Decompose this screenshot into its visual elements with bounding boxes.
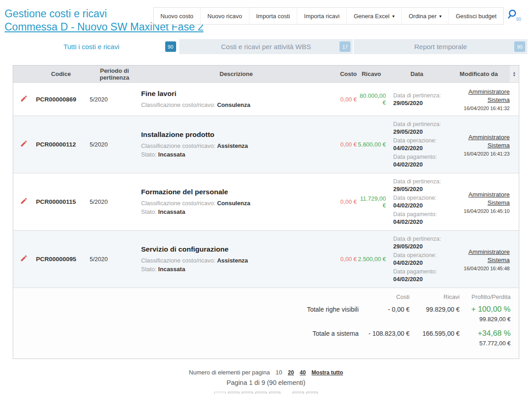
totals-row-label: Totale a sistema (13, 327, 359, 338)
row-title: Fine lavori (141, 90, 331, 98)
nuovo-costo-button[interactable]: Nuovo costo (154, 8, 200, 24)
page-info: Pagina 1 di 9 (90 elementi) (0, 379, 532, 386)
totals-percent-value: +34,68 % (460, 327, 511, 338)
totals-ricavi-value: 99.829,00 € (410, 303, 460, 314)
row-ricavo: 80.000,00 € (357, 92, 386, 106)
row-ricavo: 5.600,00 € (357, 141, 386, 148)
row-costo: 0,00 € (331, 96, 357, 103)
edit-pencil-icon[interactable] (20, 140, 28, 147)
table-row: PCR00000095 5/2020 Servizio di configura… (13, 230, 519, 288)
header-descrizione: Descrizione (141, 71, 331, 77)
totals-costi-value: - 108.823,00 € (359, 327, 410, 338)
next-page-button[interactable]: ▶ (293, 392, 304, 394)
page-button-4[interactable]: 4 (255, 392, 267, 394)
totals-row-label: Totale righe visibili (13, 303, 359, 314)
edit-pencil-icon[interactable] (20, 197, 28, 205)
meta-label: Classificazione costo/ricavo: (141, 142, 215, 149)
modified-by-link[interactable]: Amministratore Sistema (468, 134, 510, 149)
per-page-option-mostra-tutto[interactable]: Mostra tutto (312, 369, 343, 376)
modified-timestamp: 16/04/2020 16:41:23 (448, 151, 510, 157)
modified-timestamp: 16/04/2020 16:45:48 (448, 266, 510, 271)
date-label: Data pagamento: (393, 268, 448, 275)
totals-section: Costi Ricavi Profitto/Perdita Totale rig… (13, 288, 519, 359)
date-value: 29/05/2020 (393, 242, 448, 250)
tab-label: Costi e ricavi per attività WBS (221, 43, 311, 51)
header-modificato-da: Modificato da (448, 71, 510, 77)
meta-label: Classificazione costo/ricavo: (141, 101, 215, 108)
per-page-option-40[interactable]: 40 (300, 369, 306, 376)
date-value: 04/02/2020 (393, 202, 448, 209)
button-label: Ordina per (409, 13, 436, 20)
table-row: PCR00000112 5/2020 Installazione prodott… (13, 116, 519, 173)
page-button-2[interactable]: 2 (228, 392, 239, 394)
per-page-label: Numero di elementi per pagina (189, 369, 270, 376)
tab-tutti-i-costi-e-ricavi[interactable]: Tutti i costi e ricavi 90 (5, 39, 178, 54)
date-label: Data pagamento: (393, 153, 448, 161)
header-costo: Costo (331, 71, 357, 77)
button-label: Nuovo costo (161, 13, 193, 20)
row-codice: PCR00000112 (34, 141, 88, 148)
meta-label: Stato: (141, 151, 157, 158)
search-icon (507, 8, 525, 21)
modified-by-link[interactable]: Amministratore Sistema (468, 191, 510, 206)
chevron-down-icon: ▾ (439, 14, 441, 19)
pager-buttons: 1 2 3 4 5 ... ▶ ▶▶ (0, 392, 532, 394)
topbar: Gestione costi e ricavi Commessa D - Nuo… (0, 0, 532, 39)
row-meta: Classificazione costo/ricavo: Consulenza (141, 199, 331, 207)
button-label: Gestisci budget (456, 13, 497, 20)
date-label: Data pagamento: (393, 211, 448, 218)
date-label: Data operazione: (393, 137, 448, 144)
date-value: 29/05/2020 (393, 185, 448, 193)
tab-bar: Tutti i costi e ricavi 90 Costi e ricavi… (5, 39, 527, 54)
modified-by-link[interactable]: Amministratore Sistema (468, 248, 510, 263)
edit-pencil-icon[interactable] (20, 254, 28, 262)
last-page-button[interactable]: ▶▶ (306, 392, 318, 394)
genera-excel-dropdown[interactable]: Genera Excel▾ (346, 8, 401, 24)
button-label: Genera Excel (354, 13, 390, 20)
costs-revenues-table: Codice Periodo di pertinenza Descrizione… (13, 65, 519, 359)
totals-amount-value: 57.772,00 € (460, 338, 511, 347)
row-meta: Stato: Incassata (141, 265, 331, 273)
meta-value: Assistenza (217, 257, 248, 264)
header-ricavo: Ricavo (357, 71, 386, 77)
row-meta: Classificazione costo/ricavo: Assistenza (141, 256, 331, 265)
row-meta: Stato: Incassata (141, 207, 331, 216)
date-label: Data di pertinenza: (393, 178, 448, 185)
edit-pencil-icon[interactable] (20, 95, 28, 102)
sort-toggle[interactable]: ▲ ▼ (510, 66, 519, 82)
nuovo-ricavo-button[interactable]: Nuovo ricavo (200, 8, 249, 24)
date-value: 04/02/2020 (393, 218, 448, 226)
meta-value: Incassata (158, 208, 185, 215)
row-codice: PCR00000095 (34, 256, 88, 263)
search-button[interactable]: 90 (507, 8, 525, 25)
totals-ricavi-value: 166.595,00 € (410, 327, 460, 338)
row-dates: Data di pertinenza:29/05/2020 (386, 92, 448, 107)
tab-count-badge: 90 (514, 41, 525, 52)
date-value: 04/02/2020 (393, 161, 448, 168)
modified-by-link[interactable]: Amministratore Sistema (468, 88, 510, 103)
toolbar: Nuovo costo Nuovo ricavo Importa costi I… (153, 7, 504, 25)
row-dates: Data di pertinenza:29/05/2020 Data opera… (386, 178, 448, 226)
totals-col-profitto-perdita: Profitto/Perdita (460, 293, 511, 303)
date-value: 04/02/2020 (393, 144, 448, 152)
row-costo: 0,00 € (331, 256, 357, 263)
tab-count-badge: 17 (339, 41, 350, 52)
meta-value: Consulenza (217, 200, 250, 207)
per-page-option-10[interactable]: 10 (276, 369, 282, 376)
page-button-5[interactable]: 5 (269, 392, 280, 394)
date-label: Data di pertinenza: (393, 92, 448, 99)
page-button-3[interactable]: 3 (242, 392, 253, 394)
tab-costi-ricavi-per-attivita-wbs[interactable]: Costi e ricavi per attività WBS 17 (178, 39, 353, 54)
importa-ricavi-button[interactable]: Importa ricavi (297, 8, 346, 24)
ordina-per-dropdown[interactable]: Ordina per▾ (401, 8, 448, 24)
gestisci-budget-button[interactable]: Gestisci budget (448, 8, 503, 24)
pagination: Numero di elementi per pagina 10 20 40 M… (0, 369, 532, 394)
importa-costi-button[interactable]: Importa costi (249, 8, 297, 24)
page-button-1[interactable]: 1 (214, 392, 226, 394)
date-label: Data di pertinenza: (393, 235, 448, 242)
row-dates: Data di pertinenza:29/05/2020 Data opera… (386, 235, 448, 283)
tab-report-temporale[interactable]: Report temporale 90 (353, 39, 527, 54)
meta-value: Consulenza (217, 101, 250, 108)
meta-value: Incassata (158, 151, 185, 158)
per-page-option-20[interactable]: 20 (288, 369, 294, 376)
